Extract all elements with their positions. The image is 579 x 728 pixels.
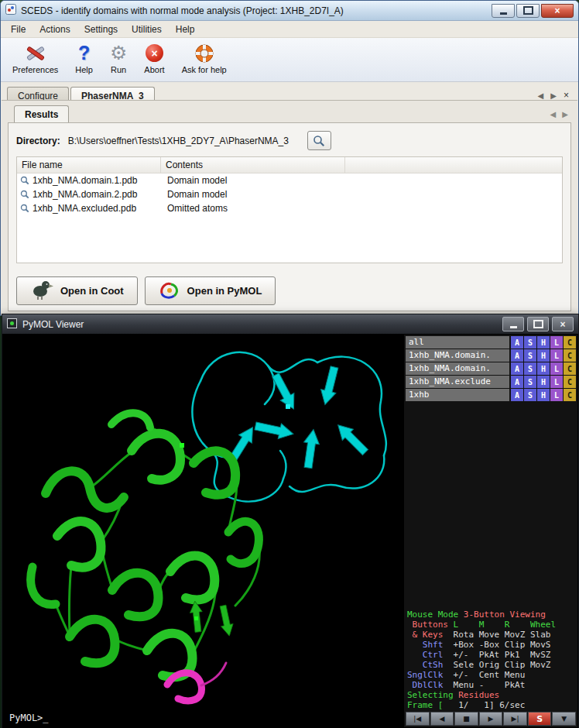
object-s-button[interactable]: S xyxy=(524,389,536,401)
file-magnifier-icon[interactable] xyxy=(20,176,29,185)
movie-control-button[interactable]: S xyxy=(528,712,552,726)
object-c-button[interactable]: C xyxy=(564,336,576,349)
results-tab-bar: Results ◀ ▶ xyxy=(2,101,577,123)
tab-scroll-right-icon[interactable]: ▶ xyxy=(550,91,557,100)
movie-control-button[interactable]: ■ xyxy=(454,712,478,726)
tab-close-icon[interactable]: × xyxy=(564,90,569,101)
directory-value: B:\Users\oeffner\Tests\1XHB_2DY7_A\Phase… xyxy=(68,136,289,146)
preferences-button[interactable]: Preferences xyxy=(7,40,63,75)
browse-directory-button[interactable] xyxy=(307,131,331,150)
pymol-viewport[interactable]: PyMOL>_ xyxy=(3,335,404,727)
pymol-side-panel: allASHLC1xhb_NMA.domain.ASHLC1xhb_NMA.do… xyxy=(404,335,577,727)
menu-file[interactable]: File xyxy=(4,22,33,36)
object-a-button[interactable]: A xyxy=(511,362,523,375)
open-in-pymol-button[interactable]: Open in PyMOL xyxy=(145,276,276,305)
object-a-button[interactable]: A xyxy=(511,349,523,362)
pymol-object-name[interactable]: 1xhb_NMA.exclude xyxy=(406,376,509,388)
directory-row: Directory: B:\Users\oeffner\Tests\1XHB_2… xyxy=(9,123,570,155)
pymol-window-title: PyMOL Viewer xyxy=(22,319,84,330)
object-l-button[interactable]: L xyxy=(550,376,563,388)
abort-button[interactable]: × Abort xyxy=(139,40,170,75)
object-s-button[interactable]: S xyxy=(524,362,536,375)
pymol-object-name[interactable]: all xyxy=(406,336,509,349)
object-l-button[interactable]: L xyxy=(550,389,563,401)
pymol-body: PyMOL>_ allASHLC1xhb_NMA.domain.ASHLC1xh… xyxy=(3,335,577,727)
coot-bird-icon xyxy=(30,280,53,302)
object-s-button[interactable]: S xyxy=(524,349,536,362)
movie-control-button[interactable]: ▶ xyxy=(479,712,503,726)
pymol-titlebar[interactable]: PyMOL Viewer × xyxy=(2,314,578,334)
object-l-button[interactable]: L xyxy=(550,349,563,362)
object-h-button[interactable]: H xyxy=(537,349,550,362)
object-c-button[interactable]: C xyxy=(564,349,576,362)
object-a-button[interactable]: A xyxy=(511,389,523,401)
tab-scroll-left-icon[interactable]: ◀ xyxy=(538,91,544,100)
question-icon: ? xyxy=(78,41,90,65)
pymol-close-button[interactable]: × xyxy=(552,317,574,331)
pymol-command-prompt[interactable]: PyMOL>_ xyxy=(9,713,49,723)
ask-for-help-button[interactable]: Ask for help xyxy=(176,40,232,75)
contents-cell: Omitted atoms xyxy=(161,203,228,214)
pymol-maximize-button[interactable] xyxy=(527,317,549,331)
table-row[interactable]: 1xhb_NMA.domain.1.pdb Domain model xyxy=(17,173,562,187)
object-s-button[interactable]: S xyxy=(524,376,536,388)
contents-cell: Domain model xyxy=(161,175,227,186)
help-button[interactable]: ? Help xyxy=(70,40,98,75)
desktop: SCEDS - identify domains with normal mod… xyxy=(0,0,579,728)
object-h-button[interactable]: H xyxy=(537,376,550,388)
pymol-app-icon xyxy=(7,318,17,331)
sceds-page: Results ◀ ▶ Directory: B:\Users\oeffner\… xyxy=(2,100,577,315)
results-scroll-left-icon[interactable]: ◀ xyxy=(550,110,557,118)
menu-actions[interactable]: Actions xyxy=(33,22,77,36)
object-l-button[interactable]: L xyxy=(550,336,563,349)
file-magnifier-icon[interactable] xyxy=(20,204,29,213)
results-scroll-right-icon[interactable]: ▶ xyxy=(562,110,568,118)
object-h-button[interactable]: H xyxy=(537,362,550,375)
object-c-button[interactable]: C xyxy=(564,362,576,375)
column-file-name[interactable]: File name xyxy=(17,157,161,173)
close-button[interactable]: × xyxy=(541,4,574,18)
results-panel: Directory: B:\Users\oeffner\Tests\1XHB_2… xyxy=(8,122,571,311)
object-a-button[interactable]: A xyxy=(511,336,523,349)
tab-results[interactable]: Results xyxy=(14,105,69,123)
sceds-window-title: SCEDS - identify domains with normal mod… xyxy=(21,5,344,16)
file-magnifier-icon[interactable] xyxy=(20,190,29,199)
file-table: File name Contents 1xhb_NMA.domain.1.pdb… xyxy=(16,156,563,263)
object-c-button[interactable]: C xyxy=(564,389,576,401)
run-button[interactable]: ⚙ Run xyxy=(104,40,132,75)
pymol-object-row: 1xhbASHLC xyxy=(406,389,576,401)
table-row[interactable]: 1xhb_NMA.excluded.pdb Omitted atoms xyxy=(17,201,562,215)
pymol-object-name[interactable]: 1xhb xyxy=(406,389,509,401)
movie-control-button[interactable]: ▼ xyxy=(552,712,576,726)
open-in-coot-button[interactable]: Open in Coot xyxy=(16,276,138,305)
menu-help[interactable]: Help xyxy=(169,22,202,36)
file-table-header: File name Contents xyxy=(17,157,562,173)
menu-utilities[interactable]: Utilities xyxy=(125,22,169,36)
sceds-app-icon xyxy=(5,4,16,18)
column-contents[interactable]: Contents xyxy=(161,157,345,173)
sceds-titlebar[interactable]: SCEDS - identify domains with normal mod… xyxy=(1,1,578,21)
object-h-button[interactable]: H xyxy=(537,389,550,401)
movie-controls: |◀◀■▶▶|S▼ xyxy=(406,712,576,726)
movie-control-button[interactable]: ◀ xyxy=(430,712,454,726)
pymol-minimize-button[interactable] xyxy=(502,317,524,331)
movie-control-button[interactable]: |◀ xyxy=(406,712,430,726)
object-h-button[interactable]: H xyxy=(537,336,550,349)
pymol-object-name[interactable]: 1xhb_NMA.domain. xyxy=(406,349,509,362)
pymol-logo-icon xyxy=(159,280,180,302)
object-s-button[interactable]: S xyxy=(524,336,536,349)
file-name-cell: 1xhb_NMA.domain.2.pdb xyxy=(33,189,137,200)
protein-ribbon-render xyxy=(3,335,404,727)
object-c-button[interactable]: C xyxy=(564,376,576,388)
object-l-button[interactable]: L xyxy=(550,362,563,375)
pymol-object-row: 1xhb_NMA.domain.ASHLC xyxy=(406,362,576,375)
menu-settings[interactable]: Settings xyxy=(77,22,125,36)
movie-control-button[interactable]: ▶| xyxy=(503,712,527,726)
file-name-cell: 1xhb_NMA.domain.1.pdb xyxy=(33,175,137,186)
pymol-object-name[interactable]: 1xhb_NMA.domain. xyxy=(406,362,509,375)
minimize-button[interactable] xyxy=(492,4,515,18)
object-a-button[interactable]: A xyxy=(511,376,523,388)
directory-label: Directory: xyxy=(16,136,60,146)
maximize-button[interactable] xyxy=(516,4,540,18)
table-row[interactable]: 1xhb_NMA.domain.2.pdb Domain model xyxy=(17,187,562,201)
